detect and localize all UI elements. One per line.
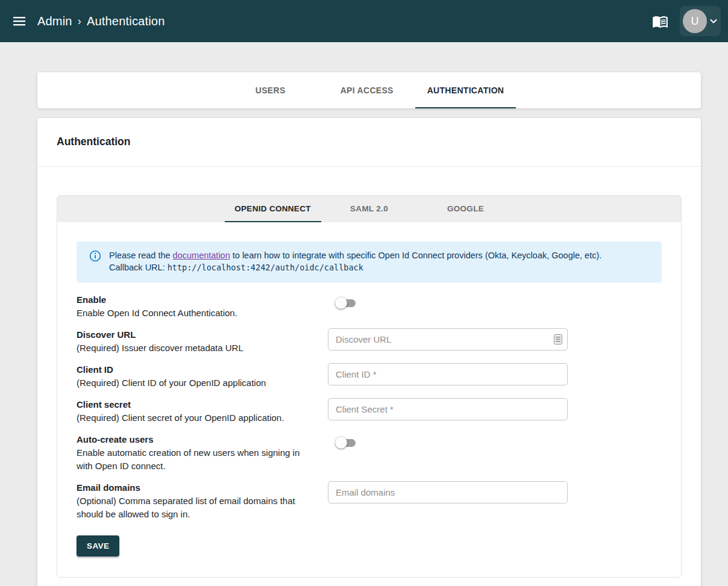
chevron-down-icon (709, 16, 718, 26)
field-label: Discover URL (77, 328, 310, 341)
field-description: Enable Open Id Connect Authentication. (77, 307, 310, 320)
field-control (328, 328, 662, 351)
field-description: (Optional) Comma separated list of email… (77, 494, 310, 521)
toggle-knob (335, 437, 347, 449)
alert-line-1: Please read the documentation to learn h… (109, 249, 601, 261)
browser-autofill-icon (554, 334, 562, 344)
documentation-link[interactable]: documentation (173, 251, 230, 260)
discover-url-input[interactable] (328, 328, 568, 351)
breadcrumb-separator: › (78, 15, 81, 28)
toggle-knob (335, 297, 347, 309)
field-description: Enable automatic creation of new users w… (77, 446, 310, 473)
tab-openid-connect[interactable]: OPENID CONNECT (225, 196, 321, 222)
field-row-enable: Enable Enable Open Id Connect Authentica… (77, 293, 662, 320)
enable-toggle[interactable] (335, 297, 358, 309)
field-labels: Email domains (Optional) Comma separated… (77, 481, 310, 521)
app-header: Admin › Authentication U (0, 0, 728, 42)
admin-tabs-bar: USERS API ACCESS AUTHENTICATION (37, 72, 701, 108)
field-label: Enable (77, 293, 310, 307)
alert-text-after-link: to learn how to integrate with specific … (230, 251, 602, 260)
field-label: Email domains (77, 481, 310, 494)
field-description: (Required) Client secret of your OpenID … (77, 411, 310, 425)
tab-google[interactable]: GOOGLE (418, 196, 514, 222)
oidc-form: Please read the documentation to learn h… (57, 222, 681, 577)
avatar: U (683, 9, 707, 33)
field-control (328, 481, 662, 503)
auth-provider-tabs: OPENID CONNECT SAML 2.0 GOOGLE (57, 196, 681, 222)
card-body: OPENID CONNECT SAML 2.0 GOOGLE Please re… (37, 174, 701, 578)
book-icon (652, 13, 668, 30)
breadcrumb-current: Authentication (87, 14, 165, 28)
field-label: Auto-create users (77, 433, 310, 446)
page-title: Authentication (37, 118, 701, 167)
field-labels: Discover URL (Required) Issuer discover … (77, 328, 310, 355)
tab-users[interactable]: USERS (222, 72, 319, 108)
field-labels: Client ID (Required) Client ID of your O… (77, 363, 310, 390)
field-row-email-domains: Email domains (Optional) Comma separated… (77, 481, 662, 521)
profile-menu-button[interactable]: U (680, 6, 721, 36)
tab-authentication[interactable]: AUTHENTICATION (415, 72, 516, 108)
breadcrumb: Admin › Authentication (37, 14, 165, 28)
client-id-input[interactable] (328, 363, 568, 385)
callback-url-label: Callback URL: (109, 263, 168, 272)
field-row-auto-create-users: Auto-create users Enable automatic creat… (77, 433, 662, 473)
field-description: (Required) Issuer discover metadata URL (77, 341, 310, 355)
auth-provider-panel: OPENID CONNECT SAML 2.0 GOOGLE Please re… (57, 195, 682, 578)
breadcrumb-root[interactable]: Admin (37, 14, 72, 28)
field-row-client-secret: Client secret (Required) Client secret o… (77, 398, 662, 425)
client-secret-input[interactable] (328, 398, 568, 420)
hamburger-icon (12, 14, 27, 28)
menu-button[interactable] (6, 8, 33, 34)
field-labels: Enable Enable Open Id Connect Authentica… (77, 293, 310, 320)
page-content: USERS API ACCESS AUTHENTICATION Authenti… (37, 72, 701, 586)
alert-line-2: Callback URL: http://localhost:4242/auth… (109, 261, 601, 273)
callback-url-value: http://localhost:4242/auth/oidc/callback (168, 263, 363, 272)
field-labels: Auto-create users Enable automatic creat… (77, 433, 310, 473)
tab-saml[interactable]: SAML 2.0 (321, 196, 418, 222)
tab-api-access[interactable]: API ACCESS (319, 72, 415, 108)
input-wrapper (328, 328, 568, 351)
documentation-button[interactable] (646, 7, 674, 35)
field-description: (Required) Client ID of your OpenID appl… (77, 376, 310, 390)
field-labels: Client secret (Required) Client secret o… (77, 398, 310, 425)
field-row-client-id: Client ID (Required) Client ID of your O… (77, 363, 662, 390)
field-label: Client ID (77, 363, 310, 376)
save-button[interactable]: SAVE (77, 535, 119, 556)
field-row-discover-url: Discover URL (Required) Issuer discover … (77, 328, 662, 355)
field-control (328, 363, 662, 385)
email-domains-input[interactable] (328, 481, 568, 503)
field-control (328, 398, 662, 420)
auto-create-users-toggle[interactable] (335, 437, 358, 449)
authentication-card: Authentication OPENID CONNECT SAML 2.0 G… (37, 118, 701, 586)
alert-text: Please read the documentation to learn h… (109, 249, 601, 273)
field-label: Client secret (77, 398, 310, 411)
info-alert: Please read the documentation to learn h… (77, 242, 662, 282)
info-icon (89, 250, 101, 262)
field-control (328, 433, 662, 449)
field-control (328, 293, 662, 309)
alert-text-before-link: Please read the (109, 251, 173, 260)
